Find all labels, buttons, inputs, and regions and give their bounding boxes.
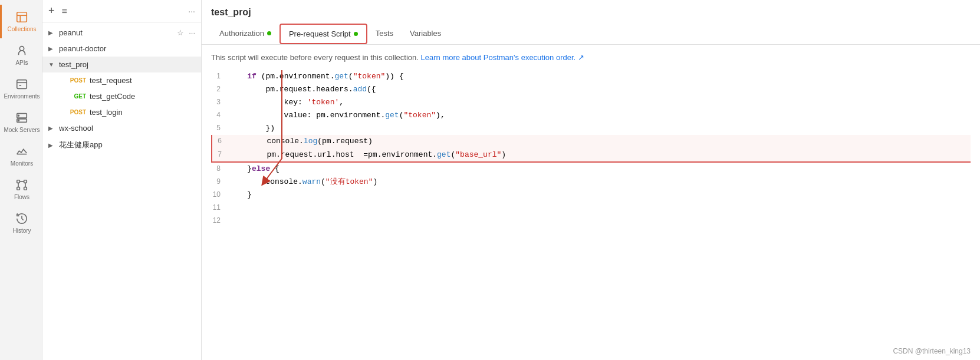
method-badge-get: GET [67,93,86,100]
sidebar-item-monitors[interactable]: Monitors [0,139,42,173]
code-line-5: 5 }) [211,122,971,135]
description-text: This script will execute before every re… [211,53,971,62]
svg-point-9 [18,115,19,116]
monitors-icon [15,145,28,158]
sidebar-item-collections[interactable]: Collections [0,5,42,38]
tab-dot-authorization [267,31,271,35]
mock-servers-icon [15,111,28,124]
collection-item-flower-health[interactable]: ▶ 花生健康app [42,136,201,154]
collections-panel: + ≡ ··· ▶ peanut ☆ ··· ▶ peanut-doctor ▼… [42,0,202,360]
code-line-12: 12 [211,214,971,227]
tab-variables[interactable]: Variables [402,24,449,44]
tab-label-pre-request-script: Pre-request Script [289,29,351,38]
more-icon[interactable]: ··· [189,28,195,37]
tab-tests[interactable]: Tests [367,24,402,44]
sidebar-label-apis: APIs [15,60,28,66]
collection-label-peanut-doctor: peanut-doctor [59,44,106,53]
tab-dot-pre-request-script [354,32,358,36]
sidebar-item-mock-servers[interactable]: Mock Servers [0,105,42,139]
chevron-right-icon: ▶ [48,29,55,36]
code-line-6: 6 console.log(pm.request) [211,135,971,148]
request-label-test-login: test_login [90,108,123,117]
svg-point-10 [18,120,19,121]
chevron-right-icon-3: ▶ [48,125,55,131]
sidebar-item-flows[interactable]: Flows [0,173,42,206]
code-line-2: 2 pm.request.headers.add({ [211,83,971,96]
collection-label-wx-school: wx-school [59,124,93,133]
request-item-test-request[interactable]: POST test_request [42,72,201,88]
tabs-row: Authorization Pre-request Script Tests V… [211,24,971,44]
collection-item-peanut[interactable]: ▶ peanut ☆ ··· [42,25,201,41]
panel-header: + ≡ ··· [42,0,201,22]
request-label-test-request: test_request [90,76,132,85]
method-badge-post-1: POST [67,77,86,84]
request-item-test-getcode[interactable]: GET test_getCode [42,88,201,104]
main-content: test_proj Authorization Pre-request Scri… [202,0,980,360]
chevron-right-icon-2: ▶ [48,45,55,52]
collection-item-wx-school[interactable]: ▶ wx-school [42,120,201,136]
sidebar-label-collections: Collections [8,26,37,32]
collection-label-peanut: peanut [59,28,83,37]
chevron-right-icon-4: ▶ [48,142,55,148]
collection-tree: ▶ peanut ☆ ··· ▶ peanut-doctor ▼ test_pr… [42,22,201,360]
learn-more-link[interactable]: Learn more about Postman's execution ord… [421,53,584,62]
sidebar-item-environments[interactable]: Environments [0,72,42,105]
code-editor[interactable]: 1 if (pm.environment.get("token")) { 2 p… [211,70,971,227]
request-item-test-login[interactable]: POST test_login [42,104,201,120]
svg-point-3 [19,47,24,51]
code-line-4: 4 value: pm.environment.get("token"), [211,109,971,122]
tab-label-tests: Tests [376,29,393,38]
tab-pre-request-script[interactable]: Pre-request Script [279,24,367,44]
filter-button[interactable]: ≡ [62,6,67,16]
svg-rect-14 [17,187,20,190]
icon-sidebar: Collections APIs Environments Mock Serve… [0,0,42,360]
collection-item-test-proj[interactable]: ▼ test_proj [42,57,201,72]
project-title: test_proj [211,7,971,18]
svg-rect-15 [24,187,27,190]
add-collection-button[interactable]: + [48,5,55,17]
flows-icon [15,179,28,191]
code-line-9: 9 console.warn("没有token") [211,176,971,189]
apis-icon [15,44,28,57]
main-header: test_proj Authorization Pre-request Scri… [202,0,980,45]
tab-label-authorization: Authorization [219,29,264,38]
code-line-8: 8 }else { [211,163,971,176]
collection-label-flower-health: 花生健康app [59,140,103,150]
star-icon[interactable]: ☆ [177,28,184,37]
sidebar-label-history: History [12,227,31,234]
chevron-down-icon: ▼ [48,61,55,68]
tab-authorization[interactable]: Authorization [211,24,279,44]
panel-more-button[interactable]: ··· [188,6,195,16]
sidebar-label-mock-servers: Mock Servers [4,127,40,133]
code-line-10: 10 } [211,189,971,202]
watermark: CSDN @thirteen_king13 [893,347,971,355]
method-badge-post-2: POST [67,109,86,115]
collection-item-peanut-doctor[interactable]: ▶ peanut-doctor [42,41,201,57]
panel-header-icons: + ≡ [48,5,67,17]
collection-label-test-proj: test_proj [59,60,88,69]
svg-rect-4 [17,80,27,89]
request-label-test-getcode: test_getCode [90,92,135,101]
sidebar-label-flows: Flows [14,194,29,200]
code-area-wrapper: 1 if (pm.environment.get("token")) { 2 p… [211,70,971,227]
collections-icon [15,11,28,24]
code-line-3: 3 key: 'token', [211,96,971,109]
svg-rect-0 [17,12,27,22]
environments-icon [15,78,28,91]
sidebar-item-apis[interactable]: APIs [0,38,42,72]
content-body: This script will execute before every re… [202,45,980,360]
history-icon [15,212,28,225]
tab-label-variables: Variables [410,29,441,38]
item-icons-peanut: ☆ ··· [177,28,195,37]
svg-rect-12 [17,180,20,183]
code-line-7: 7 pm.request.url.host =pm.environment.ge… [211,148,971,163]
sidebar-item-history[interactable]: History [0,206,42,240]
code-line-1: 1 if (pm.environment.get("token")) { [211,70,971,83]
code-line-11: 11 [211,202,971,214]
sidebar-label-environments: Environments [4,93,40,100]
svg-rect-13 [24,180,27,183]
sidebar-label-monitors: Monitors [11,160,33,167]
